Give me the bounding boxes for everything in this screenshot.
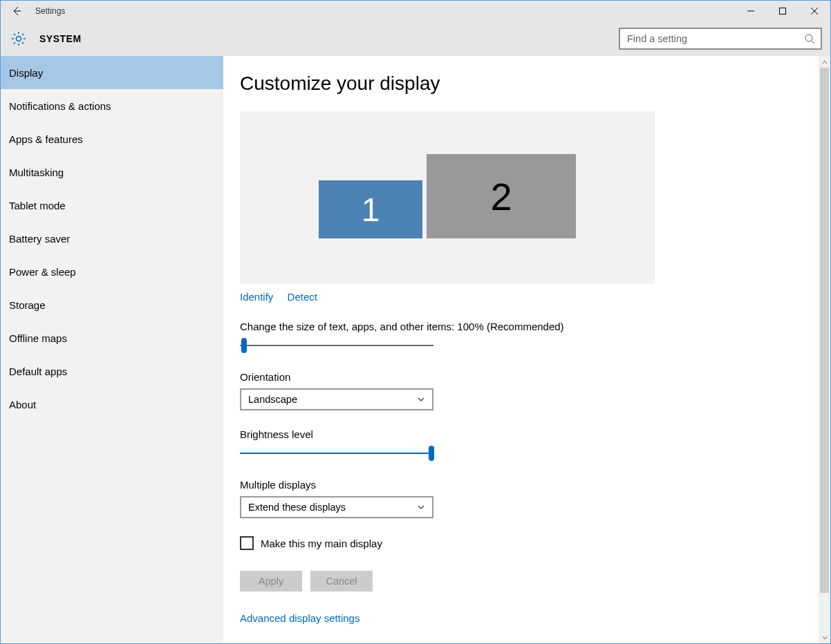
body: Display Notifications & actions Apps & f… bbox=[1, 56, 830, 643]
sidebar-item-about[interactable]: About bbox=[1, 388, 223, 421]
maximize-button[interactable] bbox=[767, 1, 799, 21]
sidebar-item-power-sleep[interactable]: Power & sleep bbox=[1, 255, 223, 288]
window-title: Settings bbox=[32, 6, 65, 16]
orientation-value: Landscape bbox=[248, 394, 297, 405]
scroll-down-button[interactable] bbox=[819, 632, 830, 643]
scrollbar-track[interactable] bbox=[819, 68, 830, 632]
minimize-button[interactable] bbox=[735, 1, 767, 21]
monitor-preview[interactable]: 1 2 bbox=[240, 111, 655, 284]
sidebar-item-default-apps[interactable]: Default apps bbox=[1, 354, 223, 388]
monitor-2[interactable]: 2 bbox=[427, 154, 576, 238]
slider-thumb[interactable] bbox=[241, 338, 247, 353]
search-box[interactable] bbox=[619, 28, 822, 50]
orientation-dropdown[interactable]: Landscape bbox=[240, 388, 433, 410]
sidebar-item-tablet-mode[interactable]: Tablet mode bbox=[1, 189, 223, 222]
multiple-displays-dropdown[interactable]: Extend these displays bbox=[240, 496, 433, 518]
main-display-checkbox-label: Make this my main display bbox=[261, 538, 382, 549]
sidebar-item-label: Storage bbox=[9, 299, 46, 311]
sidebar-item-display[interactable]: Display bbox=[1, 56, 223, 89]
scale-label: Change the size of text, apps, and other… bbox=[240, 321, 830, 332]
sidebar-item-storage[interactable]: Storage bbox=[1, 288, 223, 321]
chevron-down-icon bbox=[417, 395, 425, 404]
sidebar-item-label: Tablet mode bbox=[9, 200, 66, 211]
minimize-icon bbox=[747, 8, 754, 15]
maximize-icon bbox=[779, 8, 786, 15]
detect-link[interactable]: Detect bbox=[288, 291, 317, 303]
scale-slider[interactable] bbox=[240, 338, 433, 353]
sidebar-item-label: Multitasking bbox=[9, 167, 64, 178]
search-icon bbox=[804, 33, 815, 44]
main-display-checkbox[interactable] bbox=[240, 536, 254, 550]
sidebar-item-label: Apps & features bbox=[9, 133, 83, 145]
chevron-up-icon bbox=[821, 59, 828, 66]
search-input[interactable] bbox=[626, 32, 804, 45]
gear-icon bbox=[9, 29, 28, 48]
main-content: Customize your display 1 2 Identify Dete… bbox=[223, 56, 830, 643]
svg-point-2 bbox=[805, 35, 812, 41]
header: SYSTEM bbox=[1, 21, 830, 56]
sidebar-item-battery-saver[interactable]: Battery saver bbox=[1, 222, 223, 255]
sidebar-item-apps-features[interactable]: Apps & features bbox=[1, 122, 223, 155]
page-title: Customize your display bbox=[240, 73, 830, 95]
multiple-displays-value: Extend these displays bbox=[248, 502, 346, 513]
chevron-down-icon bbox=[417, 503, 425, 511]
orientation-label: Orientation bbox=[240, 371, 830, 383]
brightness-label: Brightness level bbox=[240, 428, 830, 440]
scrollbar[interactable] bbox=[819, 56, 830, 643]
arrow-left-icon bbox=[11, 6, 22, 17]
cancel-button[interactable]: Cancel bbox=[310, 571, 373, 591]
brightness-slider[interactable] bbox=[240, 446, 433, 461]
sidebar: Display Notifications & actions Apps & f… bbox=[1, 56, 223, 643]
sidebar-item-notifications[interactable]: Notifications & actions bbox=[1, 89, 223, 122]
apply-button[interactable]: Apply bbox=[240, 571, 302, 591]
main-display-checkbox-row[interactable]: Make this my main display bbox=[240, 536, 830, 550]
sidebar-item-label: Display bbox=[9, 67, 43, 79]
advanced-display-link[interactable]: Advanced display settings bbox=[240, 612, 360, 624]
sidebar-item-label: Default apps bbox=[9, 366, 67, 377]
settings-window: Settings SYSTEM bbox=[0, 0, 831, 644]
svg-rect-0 bbox=[780, 8, 786, 14]
back-button[interactable] bbox=[1, 1, 32, 21]
monitor-1[interactable]: 1 bbox=[319, 180, 422, 238]
svg-point-1 bbox=[17, 37, 21, 41]
scrollbar-thumb[interactable] bbox=[820, 68, 829, 593]
section-label: SYSTEM bbox=[39, 33, 82, 44]
titlebar: Settings bbox=[1, 1, 830, 21]
multiple-displays-label: Multiple displays bbox=[240, 479, 830, 491]
sidebar-item-label: Battery saver bbox=[9, 233, 70, 245]
sidebar-item-offline-maps[interactable]: Offline maps bbox=[1, 321, 223, 354]
close-icon bbox=[811, 8, 818, 15]
slider-thumb[interactable] bbox=[429, 446, 434, 461]
scroll-up-button[interactable] bbox=[819, 56, 830, 68]
sidebar-item-label: About bbox=[9, 399, 36, 410]
sidebar-item-multitasking[interactable]: Multitasking bbox=[1, 155, 223, 189]
identify-link[interactable]: Identify bbox=[240, 291, 273, 303]
sidebar-item-label: Offline maps bbox=[9, 332, 67, 344]
close-button[interactable] bbox=[799, 1, 830, 21]
sidebar-item-label: Power & sleep bbox=[9, 266, 76, 278]
chevron-down-icon bbox=[821, 634, 828, 641]
sidebar-item-label: Notifications & actions bbox=[9, 100, 111, 112]
window-controls bbox=[735, 1, 830, 21]
